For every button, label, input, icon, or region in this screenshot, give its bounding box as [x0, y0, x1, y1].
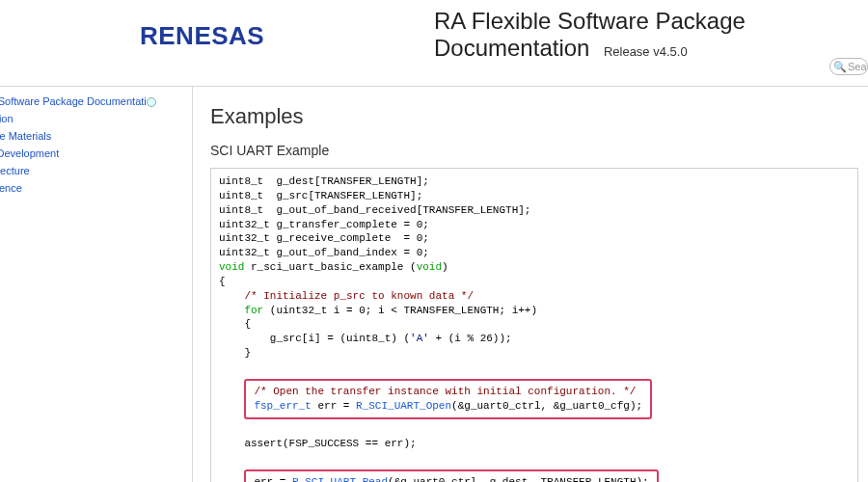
sidebar-item-5[interactable]: Reference — [0, 179, 192, 197]
sidebar-item-4[interactable]: Architecture — [0, 162, 192, 179]
release-label: Release v4.5.0 — [604, 44, 688, 59]
header: RENESAS RA Flexible Software Package Doc… — [0, 0, 868, 87]
sidebar-item-6[interactable]: yright — [0, 197, 192, 214]
body: xible Software Package Documentati oduct… — [0, 87, 868, 482]
title-block: RA Flexible Software Package Documentati… — [434, 8, 849, 62]
sidebar: xible Software Package Documentati oduct… — [0, 87, 193, 482]
search-placeholder: Search — [848, 61, 868, 72]
page-root: RENESAS RA Flexible Software Package Doc… — [0, 0, 868, 482]
search-icon: 🔍 — [833, 61, 847, 73]
logo: RENESAS — [140, 21, 264, 51]
heading-examples: Examples — [210, 104, 858, 129]
content: Examples SCI UART Example uint8_t g_dest… — [193, 87, 868, 482]
sidebar-item-1[interactable]: oduction — [0, 110, 192, 127]
sidebar-item-0[interactable]: xible Software Package Documentati — [0, 93, 192, 110]
search-input[interactable]: 🔍 Search — [829, 58, 868, 75]
selection-marker-icon — [147, 97, 156, 107]
sidebar-item-3[interactable]: rting Development — [0, 145, 192, 162]
title-line-1: RA Flexible Software Package — [434, 8, 849, 35]
heading-sci-uart: SCI UART Example — [210, 143, 858, 158]
highlight-box-read: err = R_SCI_UART_Read(&g_uart0_ctrl, g_d… — [244, 469, 658, 482]
title-line-2: Documentation — [434, 35, 589, 62]
highlight-box-open: /* Open the transfer instance with initi… — [244, 379, 652, 419]
code-block: uint8_t g_dest[TRANSFER_LENGTH]; uint8_t… — [210, 168, 858, 482]
sidebar-item-2[interactable]: erence Materials — [0, 127, 192, 145]
